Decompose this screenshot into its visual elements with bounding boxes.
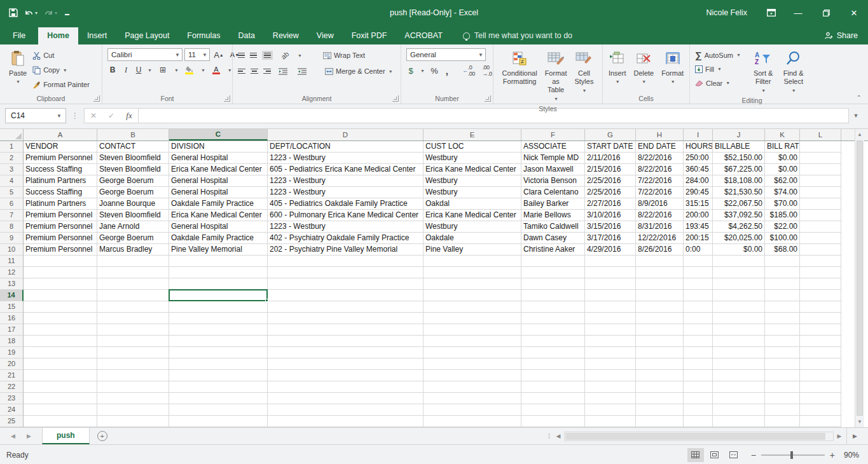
cell-A7[interactable]: Premium Personnel: [24, 210, 97, 221]
column-header-K[interactable]: K: [765, 129, 800, 140]
row-header-25[interactable]: 25: [0, 416, 24, 427]
cell-B1[interactable]: CONTACT: [97, 141, 169, 153]
cell-H4[interactable]: 7/22/2016: [636, 175, 684, 187]
cell-H10[interactable]: 8/26/2016: [636, 244, 684, 256]
cell-F11[interactable]: [521, 256, 585, 267]
cell-L6[interactable]: [800, 198, 841, 210]
fill-button[interactable]: Fill▼: [695, 63, 748, 75]
cell-L17[interactable]: [800, 324, 841, 336]
zoom-in-icon[interactable]: +: [830, 450, 835, 460]
cell-E23[interactable]: [424, 393, 521, 404]
cell-I18[interactable]: [684, 336, 713, 347]
row-header-21[interactable]: 21: [0, 370, 24, 381]
cell-I15[interactable]: [684, 301, 713, 313]
cell-I19[interactable]: [684, 347, 713, 358]
cell-D3[interactable]: 605 - Pediatrics Erica Kane Medical Cent…: [268, 164, 424, 175]
cell-F19[interactable]: [521, 347, 585, 358]
cell-E9[interactable]: Oakdale: [424, 233, 521, 244]
tab-review[interactable]: Review: [264, 27, 308, 44]
cell-F21[interactable]: [521, 370, 585, 381]
cell-G12[interactable]: [585, 267, 636, 278]
cell-B8[interactable]: Jane Arnold: [97, 221, 169, 233]
cell-K15[interactable]: [765, 301, 800, 313]
font-color-dropdown-icon[interactable]: ▼: [228, 68, 232, 72]
cell-G25[interactable]: [585, 416, 636, 427]
cell-H17[interactable]: [636, 324, 684, 336]
align-center-icon[interactable]: [251, 69, 258, 74]
conditional-formatting-button[interactable]: ≠ Conditional Formatting: [499, 47, 541, 88]
cell-A19[interactable]: [24, 347, 97, 358]
cell-K6[interactable]: $70.00: [765, 198, 800, 210]
cell-E13[interactable]: [424, 278, 521, 290]
cell-I1[interactable]: HOURS: [684, 141, 713, 153]
cell-H6[interactable]: 8/9/2016: [636, 198, 684, 210]
cell-K23[interactable]: [765, 393, 800, 404]
cell-C22[interactable]: [169, 381, 268, 393]
cell-B18[interactable]: [97, 336, 169, 347]
cell-A24[interactable]: [24, 404, 97, 416]
cell-K4[interactable]: $62.00: [765, 175, 800, 187]
cell-G22[interactable]: [585, 381, 636, 393]
cell-A1[interactable]: VENDOR: [24, 141, 97, 153]
cell-I12[interactable]: [684, 267, 713, 278]
cell-H22[interactable]: [636, 381, 684, 393]
customize-qat-icon[interactable]: 🗕︎: [64, 9, 71, 17]
cell-F17[interactable]: [521, 324, 585, 336]
cell-C14[interactable]: [169, 290, 268, 301]
cell-B24[interactable]: [97, 404, 169, 416]
cell-C8[interactable]: General Hospital: [169, 221, 268, 233]
cell-K2[interactable]: $0.00: [765, 153, 800, 164]
tab-view[interactable]: View: [308, 27, 343, 44]
cell-B13[interactable]: [97, 278, 169, 290]
borders-dropdown-icon[interactable]: ▼: [174, 68, 179, 72]
cell-J8[interactable]: $4,262.50: [713, 221, 765, 233]
row-header-9[interactable]: 9: [0, 233, 24, 244]
autosum-dropdown-icon[interactable]: ▼: [736, 53, 741, 57]
cell-B14[interactable]: [97, 290, 169, 301]
cell-G20[interactable]: [585, 358, 636, 370]
orientation-dropdown-icon[interactable]: ▼: [298, 53, 302, 58]
cell-F8[interactable]: Tamiko Caldwell: [521, 221, 585, 233]
cell-B9[interactable]: George Boerum: [97, 233, 169, 244]
cell-L12[interactable]: [800, 267, 841, 278]
cell-F13[interactable]: [521, 278, 585, 290]
cell-G4[interactable]: 2/25/2016: [585, 175, 636, 187]
cell-F4[interactable]: Victoria Benson: [521, 175, 585, 187]
format-as-table-button[interactable]: Format as Table ▼: [541, 47, 571, 105]
cell-A22[interactable]: [24, 381, 97, 393]
share-button[interactable]: Share: [825, 31, 868, 44]
delete-cells-button[interactable]: Delete ▼: [630, 47, 658, 88]
cell-K10[interactable]: $68.00: [765, 244, 800, 256]
cell-A21[interactable]: [24, 370, 97, 381]
cell-D24[interactable]: [268, 404, 424, 416]
row-header-2[interactable]: 2: [0, 153, 24, 164]
cell-K12[interactable]: [765, 267, 800, 278]
cell-F5[interactable]: Clara Celentano: [521, 187, 585, 198]
cell-D23[interactable]: [268, 393, 424, 404]
cell-B23[interactable]: [97, 393, 169, 404]
autosum-button[interactable]: ∑AutoSum▼: [695, 49, 748, 61]
row-header-3[interactable]: 3: [0, 164, 24, 175]
cell-E1[interactable]: CUST LOC: [424, 141, 521, 153]
cell-I10[interactable]: 0:00: [684, 244, 713, 256]
comma-format-button[interactable]: ,: [444, 64, 450, 77]
cell-H18[interactable]: [636, 336, 684, 347]
cell-H12[interactable]: [636, 267, 684, 278]
cell-B4[interactable]: George Boerum: [97, 175, 169, 187]
cell-I25[interactable]: [684, 416, 713, 427]
tab-acrobat[interactable]: ACROBAT: [396, 27, 451, 44]
cell-I7[interactable]: 200:00: [684, 210, 713, 221]
cell-F18[interactable]: [521, 336, 585, 347]
cell-J23[interactable]: [713, 393, 765, 404]
cell-K22[interactable]: [765, 381, 800, 393]
cell-H23[interactable]: [636, 393, 684, 404]
cell-A8[interactable]: Premium Personnel: [24, 221, 97, 233]
align-top-icon[interactable]: [238, 53, 245, 58]
row-header-6[interactable]: 6: [0, 198, 24, 210]
cell-J13[interactable]: [713, 278, 765, 290]
merge-center-dropdown-icon[interactable]: ▼: [389, 69, 393, 74]
cell-L13[interactable]: [800, 278, 841, 290]
cell-J11[interactable]: [713, 256, 765, 267]
merge-center-button[interactable]: Merge & Center▼: [323, 65, 395, 78]
cell-A3[interactable]: Success Staffing: [24, 164, 97, 175]
